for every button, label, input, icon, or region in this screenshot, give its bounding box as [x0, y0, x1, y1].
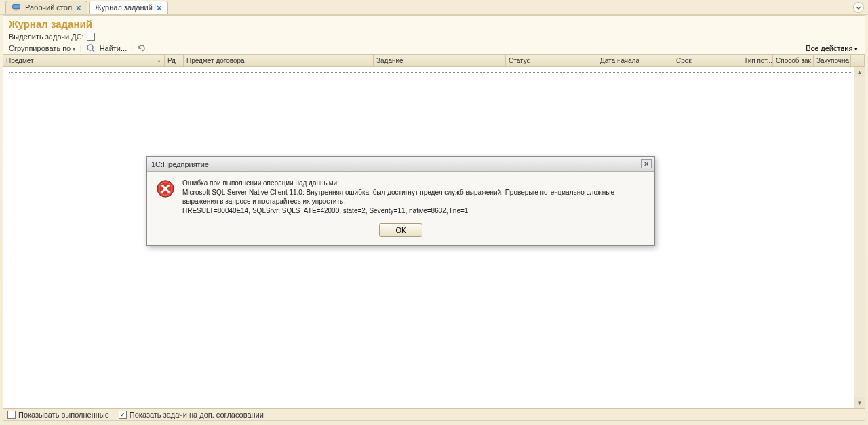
tab-label: Журнал заданий	[95, 3, 153, 12]
tab-journal[interactable]: Журнал заданий ×	[89, 1, 168, 14]
table-header: Предмет Рд Предмет договора Задание Стат…	[3, 54, 865, 67]
toolbar: Сгруппировать по | Найти... | Все действ…	[3, 42, 865, 54]
col-status[interactable]: Статус	[506, 55, 597, 66]
show-agree-checkbox[interactable]	[119, 411, 127, 419]
show-done-checkbox[interactable]	[7, 411, 16, 419]
all-actions-button[interactable]: Все действия	[806, 44, 858, 52]
error-line-2: Microsoft SQL Server Native Client 11.0:…	[182, 188, 646, 206]
error-line-3: HRESULT=80040E14, SQLSrvr: SQLSTATE=4200…	[182, 206, 646, 216]
error-line-1: Ошибка при выполнении операции над данны…	[182, 179, 646, 188]
tab-label: Рабочий стол	[25, 3, 72, 12]
col-purchase[interactable]: Закупочна...	[814, 55, 851, 66]
search-icon[interactable]	[86, 43, 96, 53]
find-button[interactable]: Найти...	[100, 44, 127, 52]
desktop-icon	[12, 3, 21, 12]
svg-rect-0	[13, 5, 20, 9]
close-icon[interactable]: ×	[157, 3, 162, 12]
dialog-title: 1С:Предприятие	[151, 160, 209, 168]
bottom-bar: Показывать выполненные Показать задачи н…	[3, 409, 865, 420]
col-subject[interactable]: Предмет	[3, 55, 165, 66]
svg-rect-1	[14, 10, 18, 11]
close-icon[interactable]: ×	[76, 3, 81, 12]
col-task[interactable]: Задание	[374, 55, 506, 66]
col-contract-subject[interactable]: Предмет договора	[184, 55, 374, 66]
scroll-down-icon[interactable]: ▼	[854, 397, 865, 408]
refresh-icon[interactable]	[137, 43, 146, 53]
svg-point-2	[87, 45, 93, 50]
error-icon	[155, 179, 176, 199]
col-rd[interactable]: Рд	[165, 55, 184, 66]
svg-line-3	[92, 50, 94, 52]
col-start-date[interactable]: Дата начала	[597, 55, 673, 66]
dialog-title-bar[interactable]: 1С:Предприятие ✕	[147, 157, 654, 172]
tab-desktop[interactable]: Рабочий стол ×	[5, 1, 87, 14]
col-spacer	[851, 55, 865, 66]
expand-button[interactable]	[853, 2, 864, 13]
scroll-track[interactable]	[854, 77, 865, 397]
show-agree-label: Показать задачи на доп. согласовании	[130, 411, 264, 419]
dialog-footer: ОК	[147, 218, 654, 245]
dialog-text: Ошибка при выполнении операции над данны…	[182, 179, 646, 215]
empty-row-placeholder	[9, 72, 852, 79]
tabs-bar: Рабочий стол × Журнал заданий ×	[0, 0, 868, 15]
dialog-body: Ошибка при выполнении операции над данны…	[147, 172, 654, 218]
vertical-scrollbar[interactable]: ▲ ▼	[854, 67, 865, 408]
ok-button[interactable]: ОК	[379, 223, 422, 237]
page-title: Журнал заданий	[3, 16, 865, 31]
filter-label: Выделить задачи ДС:	[9, 33, 84, 41]
filter-row: Выделить задачи ДС:	[3, 31, 865, 42]
dialog-close-button[interactable]: ✕	[641, 159, 652, 168]
error-dialog: 1С:Предприятие ✕ Ошибка при выполнении о…	[146, 156, 655, 246]
col-deadline[interactable]: Срок	[673, 55, 741, 66]
col-method[interactable]: Способ зак...	[773, 55, 814, 66]
scroll-up-icon[interactable]: ▲	[854, 67, 865, 77]
show-done-label: Показывать выполненные	[18, 411, 109, 419]
col-type[interactable]: Тип пот...	[741, 55, 773, 66]
group-by-button[interactable]: Сгруппировать по	[9, 44, 76, 52]
filter-checkbox[interactable]	[87, 33, 95, 41]
